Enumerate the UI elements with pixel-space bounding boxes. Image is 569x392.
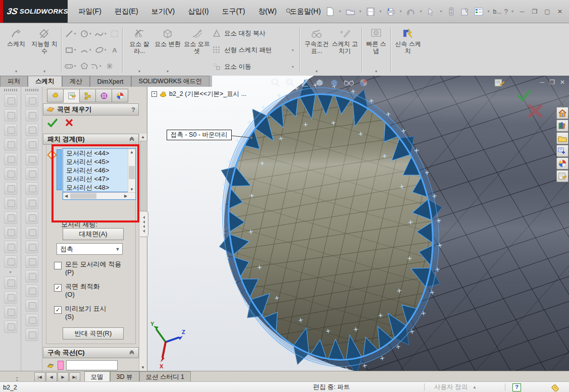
appearances-icon[interactable] (358, 77, 369, 88)
display-relations-button[interactable]: 구속조건 표... ▾ (302, 25, 331, 75)
list-vertical-scrollbar[interactable]: ▲ ▼ (128, 149, 135, 193)
first-tab-button[interactable]: |◀ (34, 372, 45, 382)
linear-pattern-caret-icon[interactable]: ▾ (292, 48, 297, 52)
document-name-short[interactable]: b... (493, 8, 502, 15)
menu-view[interactable]: 보기(V) (151, 7, 175, 16)
fillet-icon[interactable]: + (89, 61, 99, 71)
doc-minimize-button[interactable]: ─ (540, 79, 545, 86)
left-toolbar-icon[interactable] (4, 211, 17, 224)
pm-scroll-down-icon[interactable]: ▼ (139, 364, 146, 371)
left-toolbar-icon[interactable] (4, 291, 17, 304)
help-caret-icon[interactable]: ▾ (510, 9, 514, 14)
left-toolbar-icon[interactable] (4, 226, 17, 239)
pm-scrollbar[interactable]: ▲ ▼ (139, 134, 147, 371)
smart-dimension-caret-icon[interactable]: ▾ (43, 69, 45, 75)
configuration-manager-tab-icon[interactable] (79, 89, 96, 102)
display-style-icon[interactable] (329, 77, 340, 88)
list-item[interactable]: 모서리선 <46> (63, 166, 128, 175)
rebuild-icon[interactable] (446, 6, 457, 17)
flyout-caret-icon[interactable]: ▾ (9, 270, 11, 274)
menu-window[interactable]: 창(W) (258, 7, 277, 16)
dimxpert-manager-tab-icon[interactable] (95, 89, 112, 102)
left-toolbar-icon[interactable] (4, 167, 17, 180)
left-toolbar-icon[interactable] (4, 197, 17, 209)
linear-pattern-button[interactable]: 선형 스케치 패턴 ▾ (212, 45, 297, 55)
graphics-viewport[interactable]: YZX ─ ❐ ✕ + b2_2 (기본<<기본>_표시 ... 접촉 - S0… (147, 76, 569, 371)
menu-edit[interactable]: 편집(E) (115, 7, 138, 16)
left-toolbar-icon[interactable] (4, 241, 17, 253)
trim-caret-icon[interactable]: ▾ (138, 69, 140, 75)
pm-scroll-thumb[interactable] (140, 141, 147, 217)
pm-scroll-up-icon[interactable]: ▲ (139, 134, 146, 140)
list-item[interactable]: 모서리선 <47> (63, 175, 128, 183)
menu-tools[interactable]: 도구(T) (222, 7, 245, 16)
open-icon[interactable] (345, 6, 356, 17)
next-tab-button[interactable]: ▶ (58, 372, 69, 382)
left-toolbar-icon[interactable] (4, 182, 17, 195)
offset-entities-button[interactable]: 요소 오프셋 (182, 25, 212, 75)
close-button[interactable]: ✕ (555, 8, 565, 15)
undo-icon[interactable] (405, 6, 417, 17)
tab-features[interactable]: 피처 (0, 76, 28, 87)
select-icon[interactable] (426, 6, 437, 17)
zoom-area-icon[interactable] (285, 77, 296, 88)
show-preview-checkbox[interactable] (54, 306, 62, 314)
print-caret-icon[interactable]: ▾ (399, 9, 403, 14)
left-toolbar-icon[interactable] (4, 138, 17, 151)
options-icon[interactable] (473, 6, 484, 17)
menu-insert[interactable]: 삽입(I) (188, 7, 209, 16)
spline-caret-icon[interactable]: ▾ (105, 32, 110, 36)
open-caret-icon[interactable]: ▾ (358, 9, 363, 14)
line-icon[interactable] (64, 29, 74, 39)
minimize-button[interactable]: ─ (517, 8, 527, 15)
model-tab[interactable]: 모델 (84, 371, 110, 382)
design-library-icon[interactable] (556, 120, 568, 132)
view-palette-icon[interactable] (556, 145, 568, 157)
left-toolbar-icon[interactable] (25, 197, 38, 209)
display-manager-tab-icon[interactable] (112, 89, 128, 102)
scroll-thumb-h[interactable] (70, 193, 96, 199)
save-caret-icon[interactable]: ▾ (379, 9, 383, 14)
left-toolbar-icon[interactable] (25, 138, 38, 151)
pattern-frame-icon[interactable] (110, 29, 120, 39)
3d-view-tab[interactable]: 3D 뷰 (110, 371, 139, 382)
undo-caret-icon[interactable]: ▾ (419, 9, 423, 14)
left-toolbar-icon[interactable] (25, 124, 38, 136)
scroll-up-icon[interactable]: ▲ (128, 149, 135, 155)
relations-caret-icon[interactable]: ▾ (316, 69, 318, 75)
left-toolbar-icon[interactable] (25, 94, 38, 107)
hide-show-items-icon[interactable] (343, 77, 354, 88)
maximize-button[interactable]: ▢ (542, 8, 552, 15)
ellipse-caret-icon[interactable]: ▾ (105, 48, 110, 52)
convert-entities-button[interactable]: 요소 변환 ▾ (153, 25, 182, 75)
left-toolbar-icon[interactable] (25, 182, 38, 195)
optimize-surface-checkbox[interactable] (54, 284, 62, 292)
feature-tree-flyout[interactable]: + b2_2 (기본<<기본>_표시 ... (151, 90, 246, 98)
restore-button[interactable]: ❐ (530, 8, 540, 15)
left-toolbar-icon[interactable] (4, 94, 17, 107)
slot-icon[interactable] (64, 61, 74, 71)
custom-properties-icon[interactable] (556, 170, 568, 182)
help-icon[interactable]: ? (504, 8, 508, 16)
list-item[interactable]: 모서리선 <44> (63, 149, 128, 157)
rectangle-caret-icon[interactable]: ▾ (74, 48, 79, 52)
new-caret-icon[interactable]: ▾ (338, 9, 342, 14)
tab-sketch[interactable]: 스케치 (28, 76, 62, 87)
edge-list-box[interactable]: 모서리선 <44> 모서리선 <45> 모서리선 <46> 모서리선 <47> … (63, 148, 136, 200)
rectangle-icon[interactable] (64, 45, 74, 55)
left-toolbar-icon[interactable] (25, 211, 38, 224)
point-icon[interactable] (105, 61, 115, 71)
sketch-button[interactable]: 스케치 ▾ (2, 25, 30, 75)
constraint-curve-input[interactable] (66, 360, 118, 370)
scroll-left-icon[interactable]: ◀ (63, 193, 69, 199)
text-icon[interactable]: A (110, 45, 120, 55)
left-toolbar-icon[interactable] (25, 270, 38, 283)
left-toolbar-icon[interactable] (25, 226, 38, 239)
convert-caret-icon[interactable]: ▾ (167, 69, 169, 75)
last-tab-button[interactable]: ▶| (69, 372, 80, 382)
fillet-caret-icon[interactable]: ▾ (99, 64, 105, 68)
print-icon[interactable] (385, 6, 396, 17)
left-toolbar-icon[interactable] (25, 153, 38, 165)
polygon-icon[interactable]: + (79, 61, 89, 71)
tag-icon[interactable] (551, 383, 560, 392)
